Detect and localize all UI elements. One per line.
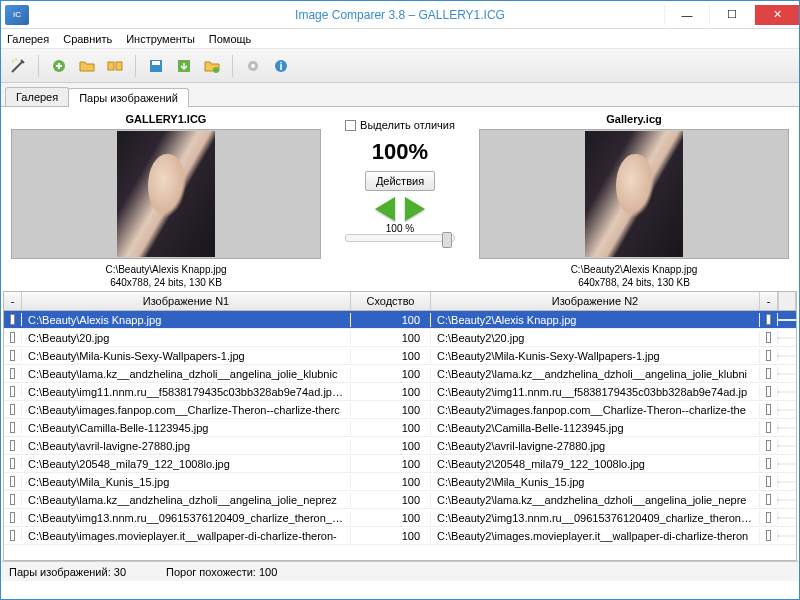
row-checkbox-right[interactable] xyxy=(760,367,778,380)
col-check-right[interactable]: - xyxy=(760,292,778,310)
table-row[interactable]: C:\Beauty\20.jpg100C:\Beauty2\20.jpg xyxy=(4,329,796,347)
row-similarity: 100 xyxy=(351,439,431,453)
table-row[interactable]: C:\Beauty\img11.nnm.ru__f5838179435c03bb… xyxy=(4,383,796,401)
menu-help[interactable]: Помощь xyxy=(209,33,252,45)
row-image2: C:\Beauty2\images.movieplayer.it__wallpa… xyxy=(431,529,760,543)
row-similarity: 100 xyxy=(351,457,431,471)
tab-pairs[interactable]: Пары изображений xyxy=(68,88,189,107)
svg-point-1 xyxy=(15,58,17,60)
toolbar: i xyxy=(1,49,799,83)
compare-galleries-icon[interactable] xyxy=(104,55,126,77)
row-image2: C:\Beauty2\lama.kz__andzhelina_dzholi__a… xyxy=(431,367,760,381)
row-scroll-gutter xyxy=(778,391,796,393)
table-row[interactable]: C:\Beauty\lama.kz__andzhelina_dzholi__an… xyxy=(4,491,796,509)
similarity-percent: 100% xyxy=(325,139,475,165)
wand-icon[interactable] xyxy=(7,55,29,77)
status-pairs: Пары изображений: 30 xyxy=(9,566,126,578)
compare-area: GALLERY1.ICG C:\Beauty\Alexis Knapp.jpg … xyxy=(1,107,799,291)
row-checkbox-right[interactable] xyxy=(760,493,778,506)
pairs-grid: - Изображение N1 Сходство Изображение N2… xyxy=(3,291,797,561)
grid-header: - Изображение N1 Сходство Изображение N2… xyxy=(4,292,796,311)
row-image2: C:\Beauty2\Mila_Kunis_15.jpg xyxy=(431,475,760,489)
left-image[interactable] xyxy=(11,129,321,259)
row-checkbox-right[interactable] xyxy=(760,313,778,326)
window-title: Image Comparer 3.8 – GALLERY1.ICG xyxy=(1,8,799,22)
row-checkbox-right[interactable] xyxy=(760,349,778,362)
col-image2[interactable]: Изображение N2 xyxy=(431,292,760,310)
table-row[interactable]: C:\Beauty\Camilla-Belle-1123945.jpg100C:… xyxy=(4,419,796,437)
col-similarity[interactable]: Сходство xyxy=(351,292,431,310)
row-checkbox-right[interactable] xyxy=(760,439,778,452)
table-row[interactable]: C:\Beauty\avril-lavigne-27880.jpg100C:\B… xyxy=(4,437,796,455)
table-row[interactable]: C:\Beauty\lama.kz__andzhelina_dzholi__an… xyxy=(4,365,796,383)
prev-arrow-icon[interactable] xyxy=(375,197,395,221)
row-image1: C:\Beauty\images.fanpop.com__Charlize-Th… xyxy=(22,403,351,417)
row-checkbox-right[interactable] xyxy=(760,475,778,488)
row-checkbox-right[interactable] xyxy=(760,421,778,434)
row-checkbox-left[interactable] xyxy=(4,385,22,398)
row-image2: C:\Beauty2\20.jpg xyxy=(431,331,760,345)
row-similarity: 100 xyxy=(351,403,431,417)
menubar: Галерея Сравнить Инструменты Помощь xyxy=(1,29,799,49)
menu-compare[interactable]: Сравнить xyxy=(63,33,112,45)
browse-icon[interactable] xyxy=(201,55,223,77)
row-similarity: 100 xyxy=(351,367,431,381)
row-similarity: 100 xyxy=(351,331,431,345)
left-image-meta: 640x788, 24 bits, 130 KB xyxy=(11,276,321,289)
row-checkbox-left[interactable] xyxy=(4,511,22,524)
table-row[interactable]: C:\Beauty\20548_mila79_122_1008lo.jpg100… xyxy=(4,455,796,473)
row-checkbox-right[interactable] xyxy=(760,511,778,524)
row-scroll-gutter xyxy=(778,319,796,321)
row-checkbox-left[interactable] xyxy=(4,403,22,416)
row-checkbox-right[interactable] xyxy=(760,403,778,416)
row-checkbox-right[interactable] xyxy=(760,331,778,344)
col-image1[interactable]: Изображение N1 xyxy=(22,292,351,310)
row-scroll-gutter xyxy=(778,481,796,483)
row-image1: C:\Beauty\lama.kz__andzhelina_dzholi__an… xyxy=(22,367,351,381)
row-checkbox-left[interactable] xyxy=(4,349,22,362)
save-icon[interactable] xyxy=(145,55,167,77)
row-checkbox-right[interactable] xyxy=(760,457,778,470)
actions-button[interactable]: Действия xyxy=(365,171,435,191)
settings-icon[interactable] xyxy=(242,55,264,77)
tabstrip: Галерея Пары изображений xyxy=(1,83,799,107)
open-folder-icon[interactable] xyxy=(76,55,98,77)
next-arrow-icon[interactable] xyxy=(405,197,425,221)
table-row[interactable]: C:\Beauty\images.fanpop.com__Charlize-Th… xyxy=(4,401,796,419)
row-checkbox-left[interactable] xyxy=(4,421,22,434)
row-image1: C:\Beauty\img11.nnm.ru__f5838179435c03bb… xyxy=(22,385,351,399)
export-icon[interactable] xyxy=(173,55,195,77)
table-row[interactable]: C:\Beauty\images.movieplayer.it__wallpap… xyxy=(4,527,796,545)
row-image1: C:\Beauty\Camilla-Belle-1123945.jpg xyxy=(22,421,351,435)
menu-tools[interactable]: Инструменты xyxy=(126,33,195,45)
row-checkbox-left[interactable] xyxy=(4,313,22,326)
svg-rect-3 xyxy=(108,62,114,70)
row-checkbox-left[interactable] xyxy=(4,439,22,452)
row-checkbox-right[interactable] xyxy=(760,529,778,542)
right-panel: Gallery.icg C:\Beauty2\Alexis Knapp.jpg … xyxy=(479,113,789,289)
row-checkbox-left[interactable] xyxy=(4,475,22,488)
row-checkbox-left[interactable] xyxy=(4,493,22,506)
table-row[interactable]: C:\Beauty\Mila_Kunis_15.jpg100C:\Beauty2… xyxy=(4,473,796,491)
row-image2: C:\Beauty2\avril-lavigne-27880.jpg xyxy=(431,439,760,453)
row-checkbox-left[interactable] xyxy=(4,457,22,470)
add-gallery-icon[interactable] xyxy=(48,55,70,77)
table-row[interactable]: C:\Beauty\Mila-Kunis-Sexy-Wallpapers-1.j… xyxy=(4,347,796,365)
row-checkbox-left[interactable] xyxy=(4,331,22,344)
table-row[interactable]: C:\Beauty\Alexis Knapp.jpg100C:\Beauty2\… xyxy=(4,311,796,329)
info-icon[interactable]: i xyxy=(270,55,292,77)
right-image[interactable] xyxy=(479,129,789,259)
row-checkbox-left[interactable] xyxy=(4,529,22,542)
highlight-diff-checkbox[interactable] xyxy=(345,120,356,131)
row-similarity: 100 xyxy=(351,349,431,363)
row-similarity: 100 xyxy=(351,421,431,435)
col-check-left[interactable]: - xyxy=(4,292,22,310)
row-checkbox-right[interactable] xyxy=(760,385,778,398)
status-threshold: Порог похожести: 100 xyxy=(166,566,277,578)
threshold-slider[interactable] xyxy=(345,234,455,242)
row-checkbox-left[interactable] xyxy=(4,367,22,380)
tab-gallery[interactable]: Галерея xyxy=(5,87,69,106)
table-row[interactable]: C:\Beauty\img13.nnm.ru__09615376120409_c… xyxy=(4,509,796,527)
slider-percent: 100 % xyxy=(325,223,475,234)
menu-gallery[interactable]: Галерея xyxy=(7,33,49,45)
